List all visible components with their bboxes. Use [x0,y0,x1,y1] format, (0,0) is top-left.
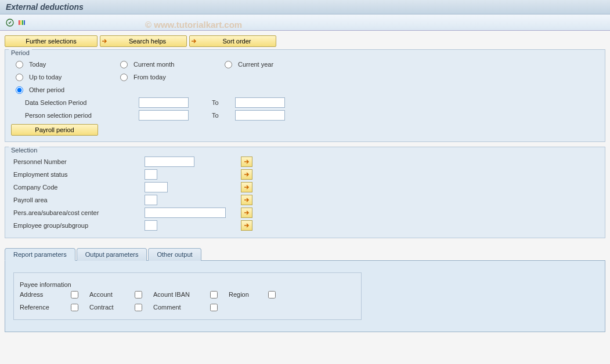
tab-output-parameters[interactable]: Output parameters [77,248,147,261]
iban-checkbox[interactable] [210,291,218,299]
personnel-number-multiselect-button[interactable] [241,156,252,167]
payee-info-group: Payee information Address Account Acount… [13,272,362,320]
pers-area-multiselect-button[interactable] [241,208,252,218]
employment-status-label: Employment status [11,171,145,178]
selection-group: Selection Personnel Number Employment st… [5,147,605,238]
tab-other-output[interactable]: Other output [148,248,201,261]
address-label: Address [20,291,43,298]
region-checkbox[interactable] [268,291,276,299]
period-group: Period Today Current month Current year … [5,49,605,142]
payroll-period-button[interactable]: Payroll period [11,124,98,136]
tab-strip: Report parameters Output parameters Othe… [5,247,605,260]
arrow-right-icon [100,37,109,45]
data-selection-to-input[interactable] [235,97,285,108]
payroll-area-input[interactable] [145,195,157,205]
company-code-multiselect-button[interactable] [241,182,252,192]
search-helps-button[interactable]: Search helps [100,35,187,47]
comment-checkbox[interactable] [210,304,218,311]
pers-area-input[interactable] [145,208,226,218]
payroll-area-label: Payroll area [11,196,145,203]
arrow-right-icon [190,37,198,45]
account-checkbox[interactable] [135,291,142,299]
svg-rect-2 [20,20,21,25]
sort-order-button[interactable]: Sort order [189,35,276,47]
company-code-label: Company Code [11,184,145,191]
payroll-area-multiselect-button[interactable] [241,195,252,205]
to-label: To [212,112,235,119]
region-label: Region [229,291,249,298]
person-selection-to-input[interactable] [235,110,285,121]
app-toolbar [0,14,610,31]
variant-icon[interactable] [17,17,28,28]
content-area: Further selections Search helps Sort ord… [0,31,610,337]
selection-legend: Selection [9,147,39,154]
current-month-radio[interactable] [120,61,128,68]
title-bar: External deductions [0,0,610,14]
svg-rect-3 [22,20,23,25]
reference-label: Reference [20,304,49,311]
contract-label: Contract [89,304,114,311]
pers-area-label: Pers.area/subarea/cost center [11,209,145,216]
iban-label: Acount IBAN [153,291,190,298]
further-selections-button[interactable]: Further selections [5,35,98,47]
reference-checkbox[interactable] [71,304,78,311]
employee-group-label: Employee group/subgroup [11,222,145,229]
other-period-radio[interactable] [16,86,23,94]
to-label: To [212,99,235,106]
data-selection-label: Data Selection Period [23,99,139,106]
data-selection-from-input[interactable] [139,97,189,108]
employment-status-multiselect-button[interactable] [241,169,252,180]
svg-rect-4 [24,20,25,25]
employee-group-input[interactable] [145,220,157,231]
tab-pane: Payee information Address Account Acount… [5,260,605,332]
person-selection-label: Person selection period [23,112,139,119]
employee-group-multiselect-button[interactable] [241,220,252,231]
page-title: External deductions [6,2,84,12]
payee-info-legend: Payee information [20,281,71,288]
company-code-input[interactable] [145,182,168,192]
svg-rect-1 [19,20,20,25]
tab-report-parameters[interactable]: Report parameters [5,248,75,261]
selection-buttons: Further selections Search helps Sort ord… [5,35,605,47]
comment-label: Comment [153,304,181,311]
up-to-today-radio[interactable] [16,74,23,81]
personnel-number-input[interactable] [145,156,194,167]
employment-status-input[interactable] [145,169,157,180]
period-legend: Period [9,49,32,56]
current-year-radio[interactable] [225,61,232,68]
personnel-number-label: Personnel Number [11,158,145,165]
account-label: Account [89,291,113,298]
today-radio[interactable] [16,61,23,68]
address-checkbox[interactable] [71,291,78,299]
execute-icon[interactable] [5,17,15,28]
from-today-radio[interactable] [120,74,128,81]
person-selection-from-input[interactable] [139,110,189,121]
contract-checkbox[interactable] [135,304,142,311]
